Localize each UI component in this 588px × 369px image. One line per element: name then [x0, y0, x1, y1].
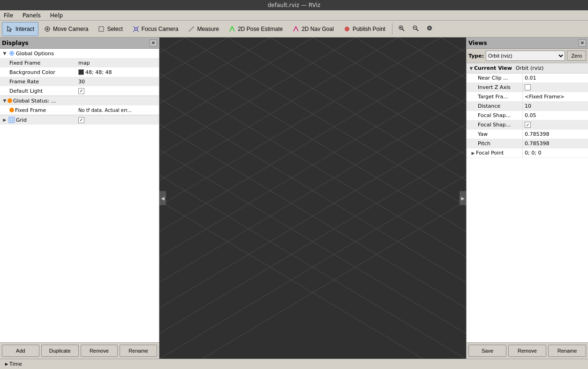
default-light-row[interactable]: Default Light ✓	[0, 86, 159, 96]
focal-point-value[interactable]: 0; 0; 0	[523, 148, 588, 157]
status-fixed-frame-label: Fixed Frame	[15, 107, 46, 113]
global-options-label: Global Options	[16, 51, 54, 57]
current-view-type: Orbit (rviz)	[516, 65, 543, 71]
status-fixed-frame-row[interactable]: Fixed Frame No tf data. Actual err...	[0, 105, 159, 115]
menu-bar: File Panels Help	[0, 10, 588, 21]
views-save-button[interactable]: Save	[468, 345, 506, 357]
fixed-frame-value[interactable]: map	[77, 58, 159, 67]
views-panel-close[interactable]: ✕	[579, 39, 586, 47]
grid-label: Grid	[16, 117, 27, 123]
interact-button[interactable]: Interact	[2, 22, 38, 36]
focus-camera-button[interactable]: Focus Camera	[128, 22, 183, 36]
svg-point-4	[346, 28, 348, 30]
invert-z-name: Invert Z Axis	[467, 83, 523, 92]
svg-line-12	[159, 89, 466, 359]
view-prop-yaw[interactable]: Yaw 0.785398	[467, 130, 588, 139]
view-prop-near-clip[interactable]: Near Clip ... 0.01	[467, 74, 588, 83]
svg-line-36	[159, 37, 466, 165]
grid-value[interactable]: ✓	[77, 115, 159, 125]
target-frame-value[interactable]: <Fixed Frame>	[523, 92, 588, 101]
zero-button[interactable]: Zero	[567, 51, 586, 61]
view-prop-pitch[interactable]: Pitch 0.785398	[467, 139, 588, 148]
fixed-frame-name: Fixed Frame	[0, 58, 77, 67]
pitch-value[interactable]: 0.785398	[523, 139, 588, 148]
2d-pose-button[interactable]: 2D Pose Estimate	[224, 22, 287, 36]
grid-checkbox[interactable]: ✓	[78, 117, 84, 123]
view-prop-focal-shape-1[interactable]: Focal Shap... 0.05	[467, 111, 588, 120]
view-prop-target-frame[interactable]: Target Fra... <Fixed Frame>	[467, 92, 588, 102]
global-status-dot	[8, 98, 12, 103]
duplicate-button[interactable]: Duplicate	[41, 345, 79, 357]
near-clip-value[interactable]: 0.01	[523, 74, 588, 82]
frame-rate-value[interactable]: 30	[77, 77, 159, 86]
default-light-checkbox[interactable]: ✓	[78, 88, 84, 94]
menu-help[interactable]: Help	[48, 12, 65, 19]
views-panel-title: Views	[468, 40, 487, 46]
grid-row[interactable]: ▶ Grid ✓	[0, 115, 159, 125]
publish-point-button[interactable]: Publish Point	[339, 22, 390, 36]
displays-panel-close[interactable]: ✕	[150, 39, 157, 47]
viewport-right-arrow[interactable]: ▶	[460, 191, 466, 205]
global-options-row[interactable]: ▼ Global Options	[0, 49, 159, 58]
svg-line-34	[159, 37, 466, 216]
grid-arrow: ▶	[2, 117, 8, 123]
time-expand-arrow[interactable]: ▶	[4, 362, 9, 367]
remove-button[interactable]: Remove	[81, 345, 118, 357]
fixed-frame-label: Fixed Frame	[9, 60, 40, 66]
interact-label: Interact	[15, 26, 34, 32]
focal-point-arrow: ▶	[470, 150, 476, 156]
viewport[interactable]: ◀	[159, 37, 466, 359]
add-button[interactable]: Add	[2, 345, 39, 357]
distance-value[interactable]: 10	[523, 102, 588, 111]
measure-button[interactable]: Measure	[183, 22, 223, 36]
global-status-row[interactable]: ▼ Global Status: ...	[0, 96, 159, 105]
select-button[interactable]: Select	[93, 22, 127, 36]
zoom-in-button[interactable]	[395, 22, 408, 36]
yaw-value[interactable]: 0.785398	[523, 130, 588, 139]
focal-shape-1-name: Focal Shap...	[467, 111, 523, 120]
view-prop-distance[interactable]: Distance 10	[467, 102, 588, 111]
background-color-row[interactable]: Background Color 48; 48; 48	[0, 67, 159, 77]
invert-z-checkbox[interactable]	[525, 84, 531, 90]
focal-shape-2-name: Focal Shap...	[467, 120, 523, 129]
svg-line-23	[159, 37, 466, 165]
2d-nav-button[interactable]: 2D Nav Goal	[288, 22, 338, 36]
toolbar-sep-1	[392, 23, 392, 35]
view-prop-focal-shape-2[interactable]: Focal Shap... ✓	[467, 120, 588, 130]
publish-point-icon	[343, 25, 351, 33]
yaw-name: Yaw	[467, 130, 523, 139]
invert-z-value[interactable]	[523, 83, 588, 92]
viewport-left-arrow[interactable]: ◀	[159, 191, 166, 205]
view-prop-focal-point[interactable]: ▶ Focal Point 0; 0; 0	[467, 148, 588, 158]
default-light-label: Default Light	[9, 88, 43, 94]
view-prop-invert-z[interactable]: Invert Z Axis	[467, 83, 588, 92]
menu-file[interactable]: File	[2, 12, 15, 19]
type-label: Type:	[468, 53, 484, 59]
focal-shape-1-value[interactable]: 0.05	[523, 111, 588, 120]
svg-rect-1	[99, 27, 104, 31]
zoom-out-button[interactable]	[409, 22, 422, 36]
move-camera-button[interactable]: Move Camera	[39, 22, 92, 36]
views-panel: Views ✕ Type: Orbit (rviz) Zero ▼ Curren…	[466, 37, 588, 359]
focal-shape-2-value[interactable]: ✓	[523, 120, 588, 129]
default-light-value[interactable]: ✓	[77, 86, 159, 96]
current-view-title: Current View	[474, 65, 512, 71]
type-select[interactable]: Orbit (rviz)	[486, 51, 565, 61]
frame-rate-row[interactable]: Frame Rate 30	[0, 77, 159, 86]
views-rename-button[interactable]: Rename	[548, 345, 586, 357]
svg-point-8	[429, 27, 430, 29]
camera-button[interactable]	[423, 22, 436, 36]
focal-shape-2-checkbox[interactable]: ✓	[525, 122, 531, 128]
views-remove-button[interactable]: Remove	[508, 345, 546, 357]
svg-line-32	[159, 37, 466, 267]
rename-button[interactable]: Rename	[120, 345, 157, 357]
measure-icon	[188, 25, 195, 33]
menu-panels[interactable]: Panels	[21, 12, 43, 19]
background-color-value[interactable]: 48; 48; 48	[77, 67, 159, 77]
svg-line-21	[159, 37, 466, 216]
cursor-icon	[6, 25, 14, 33]
zoom-out-icon	[412, 25, 419, 33]
fixed-frame-row[interactable]: Fixed Frame map	[0, 58, 159, 67]
background-color-name: Background Color	[0, 67, 77, 77]
pose-estimate-icon	[228, 25, 236, 33]
